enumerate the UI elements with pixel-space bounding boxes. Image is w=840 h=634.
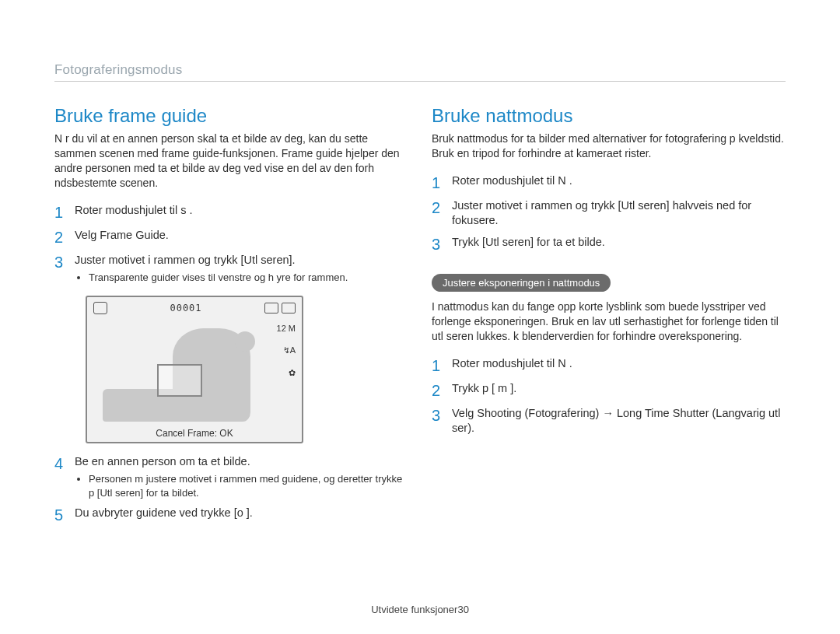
exposure-lead-text: I nattmodus kan du fange opp korte lysbl… (432, 299, 786, 344)
lead-text: Bruk nattmodus for ta bilder med alterna… (432, 131, 786, 161)
lead-text: N r du vil at en annen person skal ta et… (54, 131, 408, 191)
person-arm-silhouette (235, 331, 255, 352)
section-title-frame-guide: Bruke frame guide (54, 105, 408, 127)
subsection-pill: Justere eksponeringen i nattmodus (432, 274, 611, 292)
lcd-frame-counter: 00001 (170, 303, 201, 313)
step-row: 2 Juster motivet i rammen og trykk [Utl … (432, 198, 786, 229)
section-title-night-mode: Bruke nattmodus (432, 105, 786, 127)
step-row: 1 Roter modushjulet til N . (432, 173, 786, 192)
manual-page: Fotograferingsmodus Bruke frame guide N … (0, 0, 840, 634)
mode-icon (93, 302, 107, 314)
step-text: Be en annen person om ta et bilde. Perso… (75, 454, 408, 500)
lcd-topbar: 00001 (87, 297, 302, 314)
step-main-text: Be en annen person om ta et bilde. (75, 455, 250, 468)
step-text: Du avbryter guidene ved trykke [o ]. (75, 506, 253, 524)
horizontal-rule (54, 81, 786, 82)
footer-label: Utvidete funksjoner (371, 604, 457, 615)
step-text: Trykk p [ m ]. (452, 381, 516, 400)
step-text: Velg Shooting (Fotografering) → Long Tim… (452, 406, 786, 436)
step-text: Roter modushjulet til s . (75, 203, 193, 222)
lcd-silhouette (87, 317, 302, 422)
focus-rectangle (157, 364, 202, 397)
step-number: 1 (432, 173, 452, 192)
step-number: 2 (54, 228, 75, 247)
sub-bullet-list: Personen m justere motivet i rammen med … (75, 472, 408, 499)
step-main-text: Juster motivet i rammen og trykk [Utl se… (75, 254, 296, 266)
step-text: Velg Frame Guide. (75, 228, 169, 247)
step-text: Trykk [Utl seren] for ta et bilde. (452, 235, 605, 254)
step-row: 3 Velg Shooting (Fotografering) → Long T… (432, 406, 786, 436)
right-column: Bruke nattmodus Bruk nattmodus for ta bi… (432, 105, 786, 531)
sd-card-icon (264, 303, 278, 313)
step-row: 3 Trykk [Utl seren] for ta et bilde. (432, 235, 786, 254)
step-number: 2 (432, 381, 452, 400)
step-row: 3 Juster motivet i rammen og trykk [Utl … (54, 253, 408, 285)
step-number: 1 (54, 203, 75, 222)
step-number: 3 (54, 253, 75, 285)
step-number: 1 (432, 356, 452, 375)
step-number: 3 (432, 235, 452, 254)
step-number: 2 (432, 198, 452, 229)
sub-bullet: Transparente guider vises til venstre og… (89, 271, 348, 285)
step-row: 2 Trykk p [ m ]. (432, 381, 786, 400)
step-number: 3 (432, 406, 452, 436)
battery-icon (282, 303, 296, 313)
step-row: 4 Be en annen person om ta et bilde. Per… (54, 454, 408, 500)
page-footer: Utvidete funksjoner30 (0, 604, 840, 615)
step-row: 5 Du avbryter guidene ved trykke [o ]. (54, 506, 408, 524)
lcd-bottom-text: Cancel Frame: OK (87, 428, 302, 439)
two-column-layout: Bruke frame guide N r du vil at en annen… (54, 105, 786, 531)
sub-bullet: Personen m justere motivet i rammen med … (89, 472, 408, 499)
step-row: 2 Velg Frame Guide. (54, 228, 408, 247)
step-row: 1 Roter modushjulet til N . (432, 356, 786, 375)
footer-page-number: 30 (457, 604, 468, 615)
step-number: 4 (54, 454, 75, 500)
step-row: 1 Roter modushjulet til s . (54, 203, 408, 222)
step-text: Roter modushjulet til N . (452, 356, 572, 375)
sub-bullet-list: Transparente guider vises til venstre og… (75, 271, 348, 285)
camera-lcd-illustration: 00001 12 M ↯A ✿ Cancel Fr (86, 296, 303, 443)
left-column: Bruke frame guide N r du vil at en annen… (54, 105, 408, 531)
step-text: Roter modushjulet til N . (452, 173, 572, 192)
step-text: Juster motivet i rammen og trykk [Utl se… (75, 253, 348, 285)
breadcrumb: Fotograferingsmodus (54, 62, 786, 81)
lcd-topright-icons (264, 303, 296, 313)
step-text: Juster motivet i rammen og trykk [Utl se… (452, 198, 786, 229)
step-number: 5 (54, 506, 75, 524)
